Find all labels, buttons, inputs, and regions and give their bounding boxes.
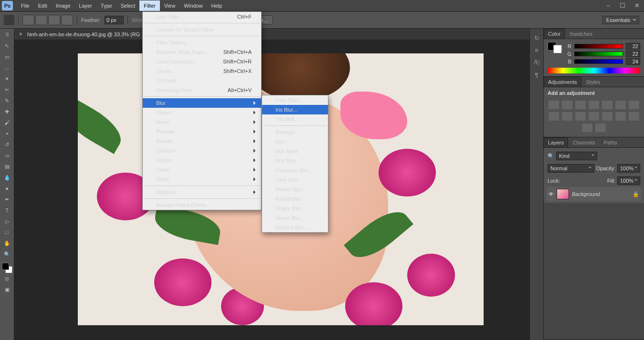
filter-smart-icon[interactable] [633,153,640,159]
blur-blur-more[interactable]: Blur More [262,146,328,156]
workspace-selector[interactable]: Essentials [602,16,639,24]
blur-shape-blur[interactable]: Shape Blur... [262,204,328,213]
blur-gaussian-blur[interactable]: Gaussian Blur... [262,165,328,175]
history-brush-tool-icon[interactable]: ↺ [1,139,13,150]
fill-input[interactable]: 100% [617,176,640,185]
filter-liquify[interactable]: Liquify...Shift+Ctrl+X [143,66,261,76]
menu-filter[interactable]: Filter [139,0,159,11]
gradient-tool-icon[interactable]: ▤ [1,161,13,172]
feather-input[interactable] [105,16,124,24]
color-b-slider[interactable] [574,59,623,64]
filter-stylize-submenu[interactable]: Stylize [143,155,261,165]
lock-position-icon[interactable] [579,177,586,184]
invert-adj-icon[interactable] [602,112,612,121]
blur-radial-blur[interactable]: Radial Blur... [262,194,328,204]
character-panel-icon[interactable]: A| [530,56,543,69]
properties-panel-icon[interactable]: ≡ [530,44,543,56]
doc-tab-close-icon[interactable]: × [19,31,25,37]
tab-styles[interactable]: Styles [582,77,604,87]
selection-add-icon[interactable] [35,15,47,25]
type-tool-icon[interactable]: T [1,205,13,216]
filter-digimarc-submenu[interactable]: Digimarc [143,187,261,197]
filter-noise-submenu[interactable]: Noise [143,117,261,127]
move-tool-icon[interactable]: ↖ [1,41,13,51]
foreground-swatch-icon[interactable] [2,263,9,270]
color-g-slider[interactable] [574,52,623,56]
color-swatch-pair[interactable] [548,42,562,63]
lock-pixels-icon[interactable] [570,177,577,184]
screen-mode-icon[interactable]: ▣ [1,284,13,295]
minimize-icon[interactable]: – [601,0,615,11]
filter-vanishing-point[interactable]: Vanishing Point...Alt+Ctrl+V [143,85,261,95]
crop-tool-icon[interactable]: ✂ [1,84,13,95]
blend-mode-select[interactable]: Normal [548,164,594,173]
blur-blur[interactable]: Blur [262,137,328,146]
color-balance-adj-icon[interactable] [629,101,639,109]
dodge-tool-icon[interactable]: ● [1,183,13,194]
eraser-tool-icon[interactable]: ▱ [1,150,13,161]
gradient-map-adj-icon[interactable] [582,124,592,132]
exposure-adj-icon[interactable] [589,101,599,109]
tab-color[interactable]: Color [544,29,565,39]
marquee-tool-icon[interactable]: ▭ [1,52,13,62]
menu-select[interactable]: Select [116,0,140,11]
lasso-tool-icon[interactable]: ⌓ [1,62,13,73]
menu-window[interactable]: Window [179,0,207,11]
rectangle-tool-icon[interactable]: □ [1,227,13,237]
menu-view[interactable]: View [160,0,180,11]
color-b-input[interactable] [626,58,640,65]
filter-render-submenu[interactable]: Render [143,136,261,146]
grabber-icon[interactable]: ⠿ [1,30,13,40]
eyedropper-tool-icon[interactable]: ✎ [1,95,13,106]
layer-thumbnail-icon[interactable] [557,189,569,199]
selection-subtract-icon[interactable] [48,15,60,25]
tab-adjustments[interactable]: Adjustments [544,77,581,87]
magic-wand-tool-icon[interactable]: ✦ [1,73,13,84]
filter-video-submenu[interactable]: Video [143,165,261,175]
selection-intersect-icon[interactable] [61,15,73,25]
bw-adj-icon[interactable] [549,112,559,121]
menu-layer[interactable]: Layer [74,0,96,11]
channel-mixer-adj-icon[interactable] [575,112,586,121]
selection-new-icon[interactable] [22,15,34,25]
vibrance-adj-icon[interactable] [602,101,612,109]
blur-iris-blur[interactable]: Iris Blur... [262,105,328,114]
menu-file[interactable]: File [17,0,34,11]
color-swatches-icon[interactable] [2,263,12,273]
tab-layers[interactable]: Layers [544,137,568,147]
lock-all-icon[interactable] [588,177,594,184]
menu-edit[interactable]: Edit [34,0,52,11]
filter-pixelate-submenu[interactable]: Pixelate [143,127,261,136]
pen-tool-icon[interactable]: ✒ [1,194,13,205]
filter-last-filter[interactable]: Last Filter Ctrl+F [143,12,261,21]
zoom-tool-icon[interactable]: 🔍 [1,249,13,259]
spot-heal-tool-icon[interactable]: ✚ [1,106,13,117]
document-tab[interactable]: × hinh-anh-em-be-de-thuong-40.jpg @ 33.3… [14,29,145,40]
layer-item-background[interactable]: Background 🔒 [547,187,641,201]
brightness-adj-icon[interactable] [549,101,559,109]
blur-field-blur[interactable]: Field Blur... [262,95,328,105]
quickmask-icon[interactable]: ◎ [1,273,13,284]
layer-filter-kind-select[interactable]: Kind [556,152,597,160]
path-select-tool-icon[interactable]: ▷ [1,216,13,227]
color-lookup-adj-icon[interactable] [589,112,599,121]
posterize-adj-icon[interactable] [615,112,626,121]
color-g-input[interactable] [626,51,640,57]
filter-filter-gallery[interactable]: Filter Gallery... [143,38,261,47]
background-swatch-icon[interactable] [553,45,562,53]
brush-tool-icon[interactable]: 🖌 [1,117,13,128]
tab-swatches[interactable]: Swatches [566,29,596,39]
hue-strip[interactable] [548,68,640,73]
history-panel-icon[interactable]: ↻ [530,31,543,44]
filter-browse-online[interactable]: Browse Filters Online... [143,200,261,210]
menu-type[interactable]: Type [96,0,116,11]
filter-other-submenu[interactable]: Other [143,175,261,184]
blur-tool-icon[interactable]: 💧 [1,172,13,183]
threshold-adj-icon[interactable] [629,112,639,121]
filter-sharpen-submenu[interactable]: Sharpen [143,146,261,155]
close-icon[interactable]: ✕ [630,0,644,11]
filter-adjust-icon[interactable] [608,153,614,159]
filter-shape-icon[interactable] [625,153,632,159]
selective-color-adj-icon[interactable] [595,124,606,132]
menu-image[interactable]: Image [52,0,75,11]
